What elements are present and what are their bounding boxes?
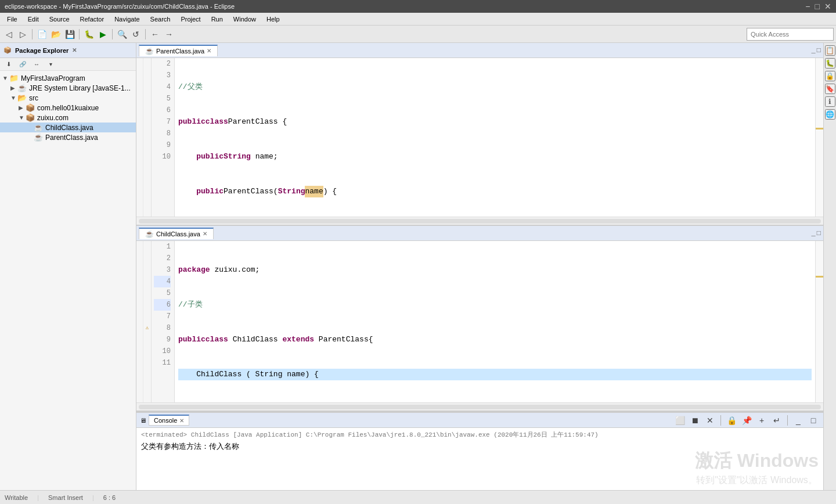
child-line-2: //子类 <box>178 299 812 311</box>
console-clear[interactable]: ⬜ <box>673 414 686 427</box>
titlebar-max[interactable]: □ <box>815 2 820 11</box>
status-position: 6 : 6 <box>103 494 116 501</box>
toolbar-forward[interactable]: ▷ <box>16 28 29 41</box>
parent-line-4: public String name; <box>178 151 812 163</box>
sidebar-title: Package Explorer <box>15 47 69 54</box>
parent-code-lines[interactable]: //父类 public class ParentClass { public S… <box>175 58 815 217</box>
console-sep2 <box>787 415 788 426</box>
lm-1 <box>143 58 151 70</box>
parent-panel-min[interactable]: _ <box>812 46 816 55</box>
console-max[interactable]: □ <box>807 414 820 427</box>
toolbar-new[interactable]: 📄 <box>35 28 48 41</box>
menu-navigate[interactable]: Navigate <box>110 15 144 24</box>
lm-8 <box>143 139 151 151</box>
parent-tab-icon: ☕ <box>145 47 154 55</box>
menu-run[interactable]: Run <box>207 15 228 24</box>
child-hscroll[interactable] <box>136 402 823 411</box>
child-line-3: public class ChildClass extends ParentCl… <box>178 334 812 345</box>
menu-file[interactable]: File <box>2 15 22 24</box>
menu-edit[interactable]: Edit <box>23 15 44 24</box>
toolbar-open[interactable]: 📂 <box>49 28 62 41</box>
parent-tab-bar: ☕ ParentClass.java ✕ _ □ <box>136 43 823 58</box>
parent-editor-content[interactable]: 2 3 4 5 6 7 8 9 10 //父类 public class Par… <box>136 58 823 225</box>
toolbar-search[interactable]: 🔍 <box>116 28 128 41</box>
titlebar: eclipse-workspace - MyFirstJavaProgram/s… <box>0 0 836 13</box>
parent-line-numbers: 2 3 4 5 6 7 8 9 10 <box>152 58 175 217</box>
right-debug[interactable]: 🐛 <box>825 58 835 69</box>
tree-item-jre[interactable]: ▶ ☕ JRE System Library [JavaSE-1... <box>0 83 136 93</box>
menubar: File Edit Source Refactor Navigate Searc… <box>0 13 836 26</box>
console-min[interactable]: _ <box>792 414 805 427</box>
right-lock[interactable]: 🔒 <box>825 71 835 81</box>
toolbar-next[interactable]: → <box>163 28 175 41</box>
child-tab-close[interactable]: ✕ <box>203 231 207 237</box>
console-tab[interactable]: Console ✕ <box>149 415 189 426</box>
parent-editor-panel: ☕ ParentClass.java ✕ _ □ <box>136 43 823 226</box>
console-new[interactable]: + <box>755 414 768 427</box>
sidebar-close[interactable]: ✕ <box>72 47 77 53</box>
child-editor-content[interactable]: ⚠ 1 2 3 4 5 6 7 8 9 <box>136 241 823 411</box>
parent-line-5: public ParentClass(String name) { <box>178 186 812 197</box>
sidebar-sync[interactable]: ↔ <box>30 58 43 71</box>
right-globe[interactable]: 🌐 <box>825 109 835 120</box>
toolbar-refresh[interactable]: ↺ <box>129 28 142 41</box>
tree-item-pkg1[interactable]: ▶ 📦 com.hello01kuaixue <box>0 103 136 113</box>
menu-help[interactable]: Help <box>262 15 284 24</box>
sidebar: 📦 Package Explorer ✕ ⬇ 🔗 ↔ ▾ ▼ 📁 MyFirst… <box>0 43 136 490</box>
menu-source[interactable]: Source <box>45 15 74 24</box>
menu-project[interactable]: Project <box>176 15 205 24</box>
status-smart-insert: Smart Insert <box>48 494 83 501</box>
console-header: 🖥 Console ✕ ⬜ ⏹ ✕ 🔒 📌 + ↵ _ □ <box>136 413 823 428</box>
toolbar-debug[interactable]: 🐛 <box>82 28 95 41</box>
toolbar-back[interactable]: ◁ <box>2 28 15 41</box>
ruler-mark-1 <box>816 128 823 129</box>
console-scroll-lock[interactable]: 🔒 <box>725 414 738 427</box>
console-remove[interactable]: ✕ <box>704 414 716 427</box>
tree-item-parentclass[interactable]: ☕ ParentClass.java <box>0 132 136 142</box>
right-tasks[interactable]: 📋 <box>825 45 835 56</box>
menu-refactor[interactable]: Refactor <box>75 15 109 24</box>
sidebar-menu[interactable]: ▾ <box>44 58 57 71</box>
parent-tab-close[interactable]: ✕ <box>207 48 211 54</box>
child-code-lines[interactable]: package zuixu.com; //子类 public class Chi… <box>175 241 815 402</box>
ruler-mark-2 <box>816 276 823 278</box>
child-line-markers: ⚠ <box>143 241 152 402</box>
sidebar-link[interactable]: 🔗 <box>16 58 29 71</box>
tree-item-childclass[interactable]: ☕ ChildClass.java <box>0 123 136 132</box>
console-terminated-text: <terminated> ChildClass [Java Applicatio… <box>141 430 819 439</box>
child-panel-max[interactable]: □ <box>817 229 821 237</box>
tree-item-pkg2[interactable]: ▼ 📦 zuixu.com <box>0 113 136 123</box>
main-layout: 📦 Package Explorer ✕ ⬇ 🔗 ↔ ▾ ▼ 📁 MyFirst… <box>0 43 836 490</box>
child-panel-min[interactable]: _ <box>812 229 816 237</box>
toolbar-run[interactable]: ▶ <box>96 28 109 41</box>
toolbar-prev[interactable]: ← <box>149 28 161 41</box>
console-tab-close[interactable]: ✕ <box>179 417 184 424</box>
toolbar-sep1 <box>32 29 33 39</box>
menu-search[interactable]: Search <box>146 15 175 24</box>
lm-3 <box>143 81 151 93</box>
titlebar-min[interactable]: − <box>805 2 810 11</box>
lm-5 <box>143 105 151 116</box>
child-tab-bar: ☕ ChildClass.java ✕ _ □ <box>136 226 823 241</box>
parent-tab[interactable]: ☕ ParentClass.java ✕ <box>139 45 218 56</box>
console-word-wrap[interactable]: ↵ <box>770 414 783 427</box>
tree-item-project[interactable]: ▼ 📁 MyFirstJavaProgram <box>0 73 136 83</box>
child-tab[interactable]: ☕ ChildClass.java ✕ <box>139 228 214 239</box>
child-line-numbers: 1 2 3 4 5 6 7 8 9 10 11 <box>152 241 175 402</box>
titlebar-close[interactable]: ✕ <box>824 2 831 11</box>
statusbar: Writable | Smart Insert | 6 : 6 <box>0 490 836 504</box>
parent-panel-max[interactable]: □ <box>817 46 821 55</box>
right-bookmarks[interactable]: 🔖 <box>825 84 835 94</box>
toolbar-save[interactable]: 💾 <box>63 28 76 41</box>
console-content[interactable]: <terminated> ChildClass [Java Applicatio… <box>136 428 823 490</box>
console-pin[interactable]: 📌 <box>740 414 753 427</box>
console-terminate[interactable]: ⏹ <box>689 414 701 427</box>
menu-window[interactable]: Window <box>229 15 261 24</box>
quick-access-input[interactable] <box>747 28 834 41</box>
tree-item-src[interactable]: ▼ 📂 src <box>0 93 136 103</box>
right-info[interactable]: ℹ <box>825 96 835 107</box>
sidebar-collapse[interactable]: ⬇ <box>2 58 15 71</box>
parent-line-2: //父类 <box>178 81 812 93</box>
child-tab-label: ChildClass.java <box>156 231 200 237</box>
parent-hscroll[interactable] <box>136 217 823 225</box>
